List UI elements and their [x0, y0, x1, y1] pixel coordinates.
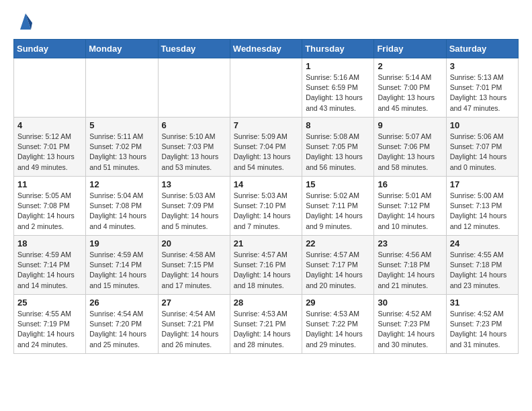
calendar-cell — [158, 58, 230, 118]
day-info: Sunrise: 4:55 AM Sunset: 7:18 PM Dayligh… — [450, 250, 515, 291]
calendar-cell: 23Sunrise: 4:56 AM Sunset: 7:18 PM Dayli… — [374, 236, 446, 295]
calendar-cell: 1Sunrise: 5:16 AM Sunset: 6:59 PM Daylig… — [302, 58, 374, 118]
day-info: Sunrise: 5:05 AM Sunset: 7:08 PM Dayligh… — [17, 191, 82, 232]
day-number: 19 — [89, 238, 154, 248]
calendar-cell: 9Sunrise: 5:07 AM Sunset: 7:06 PM Daylig… — [374, 118, 446, 177]
day-number: 9 — [378, 120, 442, 130]
calendar-cell: 27Sunrise: 4:54 AM Sunset: 7:21 PM Dayli… — [158, 295, 230, 354]
day-info: Sunrise: 4:53 AM Sunset: 7:22 PM Dayligh… — [306, 309, 370, 350]
day-info: Sunrise: 4:54 AM Sunset: 7:21 PM Dayligh… — [162, 309, 226, 350]
day-info: Sunrise: 4:59 AM Sunset: 7:14 PM Dayligh… — [17, 250, 82, 291]
day-info: Sunrise: 4:52 AM Sunset: 7:23 PM Dayligh… — [378, 309, 442, 350]
day-number: 18 — [17, 238, 82, 248]
day-number: 27 — [162, 298, 226, 308]
calendar-cell: 21Sunrise: 4:57 AM Sunset: 7:16 PM Dayli… — [230, 236, 302, 295]
calendar-header-tuesday: Tuesday — [158, 40, 230, 58]
calendar-cell: 25Sunrise: 4:55 AM Sunset: 7:19 PM Dayli… — [14, 295, 86, 354]
day-number: 20 — [162, 238, 226, 248]
day-number: 23 — [378, 238, 442, 248]
calendar-cell: 4Sunrise: 5:12 AM Sunset: 7:01 PM Daylig… — [14, 118, 86, 177]
calendar-cell — [14, 58, 86, 118]
logo-icon — [17, 11, 34, 31]
day-number: 4 — [17, 120, 82, 130]
day-info: Sunrise: 5:09 AM Sunset: 7:04 PM Dayligh… — [234, 132, 298, 173]
calendar-week-2: 4Sunrise: 5:12 AM Sunset: 7:01 PM Daylig… — [14, 118, 519, 177]
day-info: Sunrise: 5:14 AM Sunset: 7:00 PM Dayligh… — [378, 73, 442, 113]
day-number: 11 — [17, 179, 82, 189]
calendar-table: SundayMondayTuesdayWednesdayThursdayFrid… — [13, 39, 519, 354]
day-number: 1 — [306, 61, 370, 71]
day-info: Sunrise: 5:06 AM Sunset: 7:07 PM Dayligh… — [450, 132, 515, 173]
calendar-cell: 3Sunrise: 5:13 AM Sunset: 7:01 PM Daylig… — [446, 58, 518, 118]
calendar-header-sunday: Sunday — [14, 40, 86, 58]
calendar-cell: 31Sunrise: 4:52 AM Sunset: 7:23 PM Dayli… — [446, 295, 518, 354]
day-number: 28 — [234, 298, 298, 308]
calendar-cell: 14Sunrise: 5:03 AM Sunset: 7:10 PM Dayli… — [230, 177, 302, 236]
calendar-cell — [230, 58, 302, 118]
day-info: Sunrise: 5:10 AM Sunset: 7:03 PM Dayligh… — [162, 132, 226, 173]
day-info: Sunrise: 5:07 AM Sunset: 7:06 PM Dayligh… — [378, 132, 442, 173]
day-info: Sunrise: 4:53 AM Sunset: 7:21 PM Dayligh… — [234, 309, 298, 350]
day-number: 17 — [450, 179, 515, 189]
day-info: Sunrise: 4:57 AM Sunset: 7:16 PM Dayligh… — [234, 250, 298, 291]
day-info: Sunrise: 4:58 AM Sunset: 7:15 PM Dayligh… — [162, 250, 226, 291]
day-info: Sunrise: 4:54 AM Sunset: 7:20 PM Dayligh… — [89, 309, 154, 350]
calendar-header-monday: Monday — [86, 40, 158, 58]
day-number: 21 — [234, 238, 298, 248]
calendar-cell: 19Sunrise: 4:59 AM Sunset: 7:14 PM Dayli… — [86, 236, 158, 295]
calendar-header-row: SundayMondayTuesdayWednesdayThursdayFrid… — [14, 40, 519, 58]
day-info: Sunrise: 5:08 AM Sunset: 7:05 PM Dayligh… — [306, 132, 370, 173]
day-number: 12 — [89, 179, 154, 189]
calendar-cell: 2Sunrise: 5:14 AM Sunset: 7:00 PM Daylig… — [374, 58, 446, 118]
day-number: 29 — [306, 298, 370, 308]
calendar-cell: 17Sunrise: 5:00 AM Sunset: 7:13 PM Dayli… — [446, 177, 518, 236]
calendar-week-4: 18Sunrise: 4:59 AM Sunset: 7:14 PM Dayli… — [14, 236, 519, 295]
calendar-cell: 12Sunrise: 5:04 AM Sunset: 7:08 PM Dayli… — [86, 177, 158, 236]
calendar-cell — [86, 58, 158, 118]
day-number: 22 — [306, 238, 370, 248]
calendar-week-5: 25Sunrise: 4:55 AM Sunset: 7:19 PM Dayli… — [14, 295, 519, 354]
day-number: 25 — [17, 298, 82, 308]
day-info: Sunrise: 5:04 AM Sunset: 7:08 PM Dayligh… — [89, 191, 154, 232]
day-number: 8 — [306, 120, 370, 130]
calendar-body: 1Sunrise: 5:16 AM Sunset: 6:59 PM Daylig… — [14, 58, 519, 354]
day-number: 24 — [450, 238, 515, 248]
day-info: Sunrise: 5:03 AM Sunset: 7:10 PM Dayligh… — [234, 191, 298, 232]
calendar-cell: 15Sunrise: 5:02 AM Sunset: 7:11 PM Dayli… — [302, 177, 374, 236]
calendar-header-wednesday: Wednesday — [230, 40, 302, 58]
day-number: 14 — [234, 179, 298, 189]
calendar-cell: 30Sunrise: 4:52 AM Sunset: 7:23 PM Dayli… — [374, 295, 446, 354]
day-number: 13 — [162, 179, 226, 189]
calendar-week-3: 11Sunrise: 5:05 AM Sunset: 7:08 PM Dayli… — [14, 177, 519, 236]
calendar-cell: 13Sunrise: 5:03 AM Sunset: 7:09 PM Dayli… — [158, 177, 230, 236]
day-info: Sunrise: 5:11 AM Sunset: 7:02 PM Dayligh… — [89, 132, 154, 173]
calendar-cell: 29Sunrise: 4:53 AM Sunset: 7:22 PM Dayli… — [302, 295, 374, 354]
calendar-cell: 7Sunrise: 5:09 AM Sunset: 7:04 PM Daylig… — [230, 118, 302, 177]
calendar-cell: 8Sunrise: 5:08 AM Sunset: 7:05 PM Daylig… — [302, 118, 374, 177]
day-info: Sunrise: 5:16 AM Sunset: 6:59 PM Dayligh… — [306, 73, 370, 113]
calendar-cell: 18Sunrise: 4:59 AM Sunset: 7:14 PM Dayli… — [14, 236, 86, 295]
day-info: Sunrise: 4:55 AM Sunset: 7:19 PM Dayligh… — [17, 309, 82, 350]
day-info: Sunrise: 5:01 AM Sunset: 7:12 PM Dayligh… — [378, 191, 442, 232]
calendar-week-1: 1Sunrise: 5:16 AM Sunset: 6:59 PM Daylig… — [14, 58, 519, 118]
calendar-cell: 22Sunrise: 4:57 AM Sunset: 7:17 PM Dayli… — [302, 236, 374, 295]
page-header — [13, 11, 519, 31]
logo — [13, 11, 34, 31]
day-number: 6 — [162, 120, 226, 130]
calendar-cell: 11Sunrise: 5:05 AM Sunset: 7:08 PM Dayli… — [14, 177, 86, 236]
calendar-cell: 10Sunrise: 5:06 AM Sunset: 7:07 PM Dayli… — [446, 118, 518, 177]
day-info: Sunrise: 4:57 AM Sunset: 7:17 PM Dayligh… — [306, 250, 370, 291]
day-info: Sunrise: 4:59 AM Sunset: 7:14 PM Dayligh… — [89, 250, 154, 291]
day-number: 10 — [450, 120, 515, 130]
calendar-cell: 28Sunrise: 4:53 AM Sunset: 7:21 PM Dayli… — [230, 295, 302, 354]
day-number: 15 — [306, 179, 370, 189]
calendar-cell: 24Sunrise: 4:55 AM Sunset: 7:18 PM Dayli… — [446, 236, 518, 295]
day-number: 2 — [378, 61, 442, 71]
day-info: Sunrise: 5:02 AM Sunset: 7:11 PM Dayligh… — [306, 191, 370, 232]
day-info: Sunrise: 5:00 AM Sunset: 7:13 PM Dayligh… — [450, 191, 515, 232]
day-info: Sunrise: 4:52 AM Sunset: 7:23 PM Dayligh… — [450, 309, 515, 350]
day-number: 16 — [378, 179, 442, 189]
calendar-header-thursday: Thursday — [302, 40, 374, 58]
day-number: 3 — [450, 61, 515, 71]
day-number: 31 — [450, 298, 515, 308]
